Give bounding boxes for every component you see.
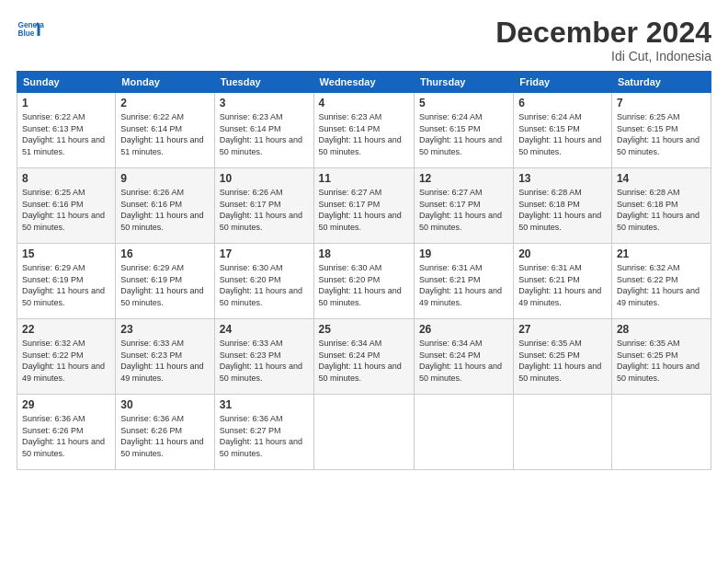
svg-text:General: General <box>18 21 45 29</box>
day-number: 6 <box>518 97 607 109</box>
table-row: 19 Sunrise: 6:31 AM Sunset: 6:21 PM Dayl… <box>414 244 513 319</box>
day-info: Sunrise: 6:36 AM Sunset: 6:26 PM Dayligh… <box>22 413 110 459</box>
calendar-week-2: 8 Sunrise: 6:25 AM Sunset: 6:16 PM Dayli… <box>17 168 711 244</box>
day-number: 11 <box>319 172 409 185</box>
day-number: 28 <box>617 323 706 336</box>
day-number: 8 <box>22 172 110 185</box>
table-row: 24 Sunrise: 6:33 AM Sunset: 6:23 PM Dayl… <box>214 319 313 395</box>
table-row: 30 Sunrise: 6:36 AM Sunset: 6:26 PM Dayl… <box>116 395 215 470</box>
day-info: Sunrise: 6:28 AM Sunset: 6:18 PM Dayligh… <box>518 187 607 233</box>
table-row: 16 Sunrise: 6:29 AM Sunset: 6:19 PM Dayl… <box>116 244 215 319</box>
day-number: 27 <box>518 323 607 336</box>
day-number: 15 <box>22 247 110 260</box>
col-wednesday: Wednesday <box>313 72 414 93</box>
day-info: Sunrise: 6:24 AM Sunset: 6:15 PM Dayligh… <box>518 111 607 157</box>
calendar-week-1: 1 Sunrise: 6:22 AM Sunset: 6:13 PM Dayli… <box>17 93 711 168</box>
table-row: 8 Sunrise: 6:25 AM Sunset: 6:16 PM Dayli… <box>17 168 116 244</box>
table-row: 14 Sunrise: 6:28 AM Sunset: 6:18 PM Dayl… <box>611 168 711 244</box>
day-number: 21 <box>617 247 706 260</box>
table-row: 6 Sunrise: 6:24 AM Sunset: 6:15 PM Dayli… <box>514 93 612 168</box>
table-row: 27 Sunrise: 6:35 AM Sunset: 6:25 PM Dayl… <box>514 319 612 395</box>
logo: General Blue <box>17 17 44 44</box>
day-number: 30 <box>120 398 210 411</box>
table-row <box>611 395 711 470</box>
day-info: Sunrise: 6:26 AM Sunset: 6:17 PM Dayligh… <box>220 187 309 233</box>
day-info: Sunrise: 6:29 AM Sunset: 6:19 PM Dayligh… <box>22 262 110 308</box>
table-row: 9 Sunrise: 6:26 AM Sunset: 6:16 PM Dayli… <box>116 168 215 244</box>
calendar-week-3: 15 Sunrise: 6:29 AM Sunset: 6:19 PM Dayl… <box>17 244 711 319</box>
day-info: Sunrise: 6:36 AM Sunset: 6:27 PM Dayligh… <box>220 413 309 459</box>
table-row: 10 Sunrise: 6:26 AM Sunset: 6:17 PM Dayl… <box>214 168 313 244</box>
day-number: 9 <box>120 172 210 185</box>
table-row: 15 Sunrise: 6:29 AM Sunset: 6:19 PM Dayl… <box>17 244 116 319</box>
table-row: 17 Sunrise: 6:30 AM Sunset: 6:20 PM Dayl… <box>214 244 313 319</box>
day-info: Sunrise: 6:30 AM Sunset: 6:20 PM Dayligh… <box>319 262 409 308</box>
table-row: 2 Sunrise: 6:22 AM Sunset: 6:14 PM Dayli… <box>116 93 215 168</box>
svg-text:Blue: Blue <box>18 29 35 38</box>
day-info: Sunrise: 6:33 AM Sunset: 6:23 PM Dayligh… <box>220 338 309 384</box>
table-row <box>414 395 513 470</box>
day-number: 5 <box>419 97 508 109</box>
day-number: 18 <box>319 247 409 260</box>
day-info: Sunrise: 6:30 AM Sunset: 6:20 PM Dayligh… <box>220 262 309 308</box>
calendar-week-5: 29 Sunrise: 6:36 AM Sunset: 6:26 PM Dayl… <box>17 395 711 470</box>
day-number: 1 <box>22 97 110 109</box>
day-info: Sunrise: 6:22 AM Sunset: 6:14 PM Dayligh… <box>120 111 210 157</box>
title-block: December 2024 Idi Cut, Indonesia <box>495 17 711 63</box>
day-number: 20 <box>518 247 607 260</box>
day-info: Sunrise: 6:23 AM Sunset: 6:14 PM Dayligh… <box>319 111 409 157</box>
table-row: 5 Sunrise: 6:24 AM Sunset: 6:15 PM Dayli… <box>414 93 513 168</box>
table-row: 29 Sunrise: 6:36 AM Sunset: 6:26 PM Dayl… <box>17 395 116 470</box>
day-number: 10 <box>220 172 309 185</box>
table-row: 23 Sunrise: 6:33 AM Sunset: 6:23 PM Dayl… <box>116 319 215 395</box>
day-number: 24 <box>220 323 309 336</box>
day-number: 19 <box>419 247 508 260</box>
table-row: 13 Sunrise: 6:28 AM Sunset: 6:18 PM Dayl… <box>514 168 612 244</box>
table-row: 4 Sunrise: 6:23 AM Sunset: 6:14 PM Dayli… <box>313 93 414 168</box>
table-row: 21 Sunrise: 6:32 AM Sunset: 6:22 PM Dayl… <box>611 244 711 319</box>
table-row <box>514 395 612 470</box>
day-number: 25 <box>319 323 409 336</box>
day-number: 3 <box>220 97 309 109</box>
calendar: Sunday Monday Tuesday Wednesday Thursday… <box>17 71 711 470</box>
day-info: Sunrise: 6:32 AM Sunset: 6:22 PM Dayligh… <box>617 262 706 308</box>
day-number: 29 <box>22 398 110 411</box>
table-row <box>313 395 414 470</box>
table-row: 3 Sunrise: 6:23 AM Sunset: 6:14 PM Dayli… <box>214 93 313 168</box>
day-number: 17 <box>220 247 309 260</box>
table-row: 20 Sunrise: 6:31 AM Sunset: 6:21 PM Dayl… <box>514 244 612 319</box>
table-row: 7 Sunrise: 6:25 AM Sunset: 6:15 PM Dayli… <box>611 93 711 168</box>
col-sunday: Sunday <box>17 72 116 93</box>
day-number: 4 <box>319 97 409 109</box>
day-info: Sunrise: 6:36 AM Sunset: 6:26 PM Dayligh… <box>120 413 210 459</box>
day-number: 16 <box>120 247 210 260</box>
table-row: 12 Sunrise: 6:27 AM Sunset: 6:17 PM Dayl… <box>414 168 513 244</box>
col-tuesday: Tuesday <box>214 72 313 93</box>
col-thursday: Thursday <box>414 72 513 93</box>
day-info: Sunrise: 6:27 AM Sunset: 6:17 PM Dayligh… <box>319 187 409 233</box>
header: General Blue December 2024 Idi Cut, Indo… <box>17 17 711 63</box>
day-info: Sunrise: 6:33 AM Sunset: 6:23 PM Dayligh… <box>120 338 210 384</box>
table-row: 18 Sunrise: 6:30 AM Sunset: 6:20 PM Dayl… <box>313 244 414 319</box>
day-info: Sunrise: 6:29 AM Sunset: 6:19 PM Dayligh… <box>120 262 210 308</box>
table-row: 25 Sunrise: 6:34 AM Sunset: 6:24 PM Dayl… <box>313 319 414 395</box>
day-info: Sunrise: 6:34 AM Sunset: 6:24 PM Dayligh… <box>419 338 508 384</box>
table-row: 31 Sunrise: 6:36 AM Sunset: 6:27 PM Dayl… <box>214 395 313 470</box>
day-number: 26 <box>419 323 508 336</box>
day-number: 23 <box>120 323 210 336</box>
col-friday: Friday <box>514 72 612 93</box>
day-number: 7 <box>617 97 706 109</box>
day-number: 31 <box>220 398 309 411</box>
day-number: 2 <box>120 97 210 109</box>
col-saturday: Saturday <box>611 72 711 93</box>
day-number: 14 <box>617 172 706 185</box>
day-info: Sunrise: 6:22 AM Sunset: 6:13 PM Dayligh… <box>22 111 110 157</box>
day-number: 22 <box>22 323 110 336</box>
table-row: 1 Sunrise: 6:22 AM Sunset: 6:13 PM Dayli… <box>17 93 116 168</box>
day-info: Sunrise: 6:28 AM Sunset: 6:18 PM Dayligh… <box>617 187 706 233</box>
subtitle: Idi Cut, Indonesia <box>495 49 711 63</box>
calendar-week-4: 22 Sunrise: 6:32 AM Sunset: 6:22 PM Dayl… <box>17 319 711 395</box>
table-row: 28 Sunrise: 6:35 AM Sunset: 6:25 PM Dayl… <box>611 319 711 395</box>
table-row: 11 Sunrise: 6:27 AM Sunset: 6:17 PM Dayl… <box>313 168 414 244</box>
day-info: Sunrise: 6:27 AM Sunset: 6:17 PM Dayligh… <box>419 187 508 233</box>
